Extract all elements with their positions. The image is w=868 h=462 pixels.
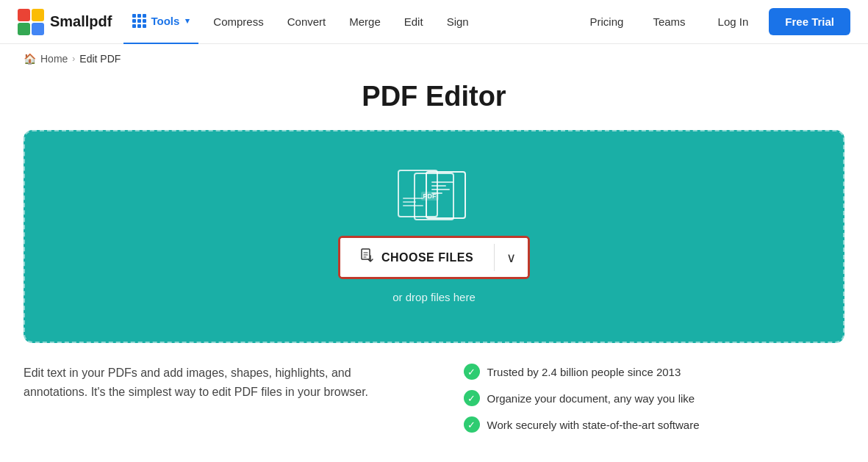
trust-item-1: ✓ Organize your document, any way you li… — [464, 390, 845, 406]
file-front-icon — [426, 171, 466, 219]
nav-edit[interactable]: Edit — [392, 0, 435, 44]
logo-text: Smallpdf — [50, 13, 112, 30]
trust-item-2: ✓ Work securely with state-of-the-art so… — [464, 416, 845, 433]
choose-files-dropdown[interactable]: ∨ — [495, 238, 528, 277]
breadcrumb-home[interactable]: Home — [40, 53, 68, 65]
grid-icon — [132, 14, 146, 28]
chevron-down-icon: ∨ — [506, 250, 516, 266]
choose-files-label: CHOOSE FILES — [381, 251, 473, 264]
svg-rect-0 — [18, 9, 30, 21]
check-icon-1: ✓ — [464, 390, 480, 406]
logo[interactable]: Smallpdf — [18, 9, 112, 35]
drop-zone[interactable]: PDF CHOOSE FILES ∨ — [24, 130, 844, 343]
trust-item-text-2: Work securely with state-of-the-art soft… — [487, 419, 700, 431]
page-title: PDF Editor — [0, 81, 868, 112]
nav-pricing[interactable]: Pricing — [578, 0, 636, 44]
breadcrumb-current: Edit PDF — [79, 53, 121, 65]
svg-rect-1 — [32, 9, 44, 21]
check-icon-0: ✓ — [464, 364, 480, 380]
trust-list: ✓ Trusted by 2.4 billion people since 20… — [434, 364, 845, 433]
nav-compress[interactable]: Compress — [201, 0, 275, 44]
breadcrumb: 🏠 Home › Edit PDF — [0, 44, 868, 73]
tools-label: Tools — [151, 15, 179, 27]
logo-icon — [18, 9, 44, 35]
nav-sign[interactable]: Sign — [435, 0, 481, 44]
check-icon-2: ✓ — [464, 416, 480, 433]
svg-rect-4 — [362, 249, 370, 259]
svg-rect-2 — [18, 23, 30, 35]
choose-files-container[interactable]: CHOOSE FILES ∨ — [338, 236, 530, 279]
trust-item-0: ✓ Trusted by 2.4 billion people since 20… — [464, 364, 845, 380]
nav-teams[interactable]: Teams — [641, 0, 697, 44]
free-trial-button[interactable]: Free Trial — [769, 8, 850, 35]
nav-merge[interactable]: Merge — [337, 0, 392, 44]
home-icon: 🏠 — [24, 53, 36, 65]
svg-rect-3 — [32, 23, 44, 35]
file-illustration: PDF — [398, 170, 471, 221]
breadcrumb-separator: › — [72, 54, 75, 64]
trust-item-text-1: Organize your document, any way you like — [487, 392, 695, 405]
header-right: Pricing Teams Log In Free Trial — [578, 0, 850, 44]
main-nav: Compress Convert Merge Edit Sign — [201, 0, 578, 44]
features-section: Edit text in your PDFs and add images, s… — [0, 343, 868, 453]
description-text: Edit text in your PDFs and add images, s… — [24, 364, 405, 401]
chevron-down-icon: ▾ — [185, 16, 190, 26]
tools-menu-button[interactable]: Tools ▾ — [123, 0, 198, 44]
file-upload-icon — [361, 248, 374, 267]
trust-item-text-0: Trusted by 2.4 billion people since 2013 — [487, 366, 681, 378]
login-button[interactable]: Log In — [703, 10, 764, 34]
drop-text: or drop files here — [392, 291, 476, 303]
choose-files-button[interactable]: CHOOSE FILES — [340, 238, 494, 277]
header: Smallpdf Tools ▾ Compress Convert Merge … — [0, 0, 868, 44]
nav-convert[interactable]: Convert — [276, 0, 338, 44]
